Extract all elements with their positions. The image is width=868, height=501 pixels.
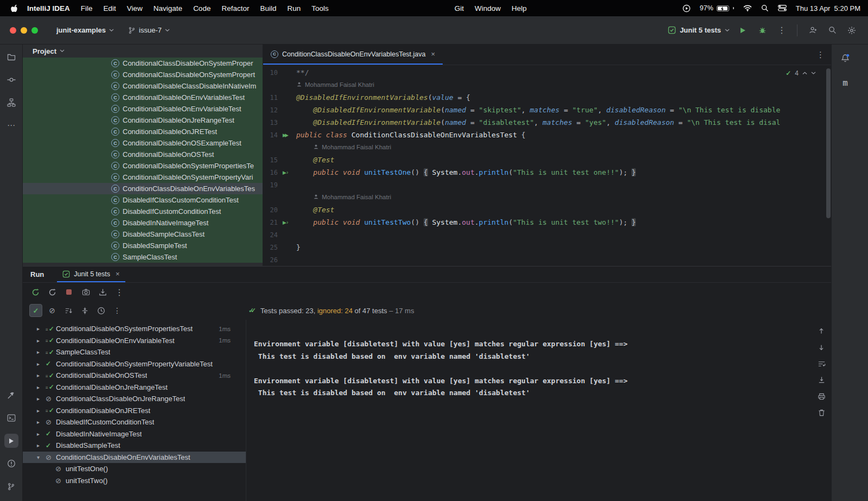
project-tree-item[interactable]: CConditionalClassDisableOnSystemPropert bbox=[23, 69, 263, 80]
menu-help[interactable]: Help bbox=[506, 4, 532, 12]
project-tree-item[interactable]: CDisabledIfClassCustomConditionTest bbox=[23, 194, 263, 206]
project-tree-item[interactable]: CConditionalDisableOnSystemPropertiesTe bbox=[23, 160, 263, 172]
tree-chevron-icon[interactable]: ▸ bbox=[37, 326, 46, 332]
menu-view[interactable]: View bbox=[122, 4, 148, 12]
problems-toolwindow-button[interactable] bbox=[4, 456, 18, 471]
soft-wrap-button[interactable] bbox=[815, 358, 827, 370]
test-tree-item[interactable]: ▸≡✓ConditionalDisableOnSystemPropertiesT… bbox=[23, 323, 246, 335]
scroll-up-button[interactable] bbox=[815, 325, 827, 337]
editor-tab[interactable]: C ConditionClassDisableOnEnvVariablesTes… bbox=[263, 45, 443, 65]
tree-chevron-icon[interactable]: ▸ bbox=[37, 384, 46, 390]
test-tree-item[interactable]: ▸⊘ConditionalClassDisableOnJreRangeTest bbox=[23, 393, 246, 405]
more-button[interactable]: ⋮ bbox=[111, 304, 124, 317]
project-tree-item[interactable]: CConditionalDisableOnOSTest bbox=[23, 149, 263, 160]
run-tab[interactable]: Junit 5 tests × bbox=[57, 267, 125, 282]
screen-record-icon[interactable] bbox=[682, 4, 691, 12]
project-tree-item[interactable]: CConditionClassDisableOnEnvVariablesTes bbox=[23, 183, 263, 194]
show-ignored-button[interactable]: ⊘ bbox=[46, 304, 59, 317]
sort-by-duration-button[interactable] bbox=[94, 304, 107, 317]
editor-body[interactable]: 10**/Mohammad Faisal Khatri11@DisabledIf… bbox=[263, 65, 831, 266]
project-tree-item[interactable]: CConditionalDisableOnOSExampleTest bbox=[23, 137, 263, 149]
clear-console-button[interactable] bbox=[815, 407, 827, 418]
menu-file[interactable]: File bbox=[75, 4, 98, 12]
close-button[interactable] bbox=[10, 27, 16, 34]
rerun-failed-tests-button[interactable] bbox=[45, 285, 59, 299]
more-button[interactable]: ⋮ bbox=[112, 285, 126, 299]
apple-menu-icon[interactable] bbox=[11, 4, 17, 12]
project-tree-item[interactable]: CConditionalClassDisableOnSystemProper bbox=[23, 58, 263, 69]
project-tree-item[interactable]: CDisabledIfCustomConditionTest bbox=[23, 206, 263, 217]
test-tree-item[interactable]: ▾⊘ConditionClassDisableOnEnvVariablesTes… bbox=[23, 452, 246, 464]
run-test-icon[interactable]: ▶› bbox=[283, 169, 288, 175]
scrollbar-thumb[interactable] bbox=[826, 68, 831, 218]
test-tree-item[interactable]: ▸✓DisabledSampleTest bbox=[23, 440, 246, 452]
maven-toolwindow-button[interactable]: m bbox=[838, 76, 852, 90]
branch-selector[interactable]: issue-7 bbox=[128, 26, 170, 34]
menu-run[interactable]: Run bbox=[282, 4, 306, 12]
run-class-icon[interactable]: ▶▶ bbox=[283, 132, 287, 138]
more-toolwindows-button[interactable]: ⋯ bbox=[4, 118, 18, 132]
menu-navigate[interactable]: Navigate bbox=[148, 4, 188, 12]
project-tree-item[interactable]: CDisabledSampleTest bbox=[23, 240, 263, 251]
prev-problem-icon[interactable] bbox=[802, 72, 807, 74]
wifi-icon[interactable] bbox=[743, 5, 752, 11]
menu-edit[interactable]: Edit bbox=[98, 4, 122, 12]
close-tab-icon[interactable]: × bbox=[116, 270, 120, 278]
camera-button[interactable] bbox=[79, 285, 93, 299]
project-tree-item[interactable]: CDisabledInNativeImageTest bbox=[23, 217, 263, 229]
test-tree-item[interactable]: ▸≡✓ConditionalDisableOnOSTest1ms bbox=[23, 370, 246, 382]
test-tree-item[interactable]: ▸≡✓ConditionalDisableOnJRETest bbox=[23, 405, 246, 417]
settings-button[interactable] bbox=[844, 23, 859, 38]
test-tree-item[interactable]: ▸✓ConditionalDisableOnSystemPropertyVari… bbox=[23, 358, 246, 370]
structure-toolwindow-button[interactable] bbox=[4, 96, 18, 110]
control-center-icon[interactable] bbox=[778, 5, 787, 11]
scroll-down-button[interactable] bbox=[815, 341, 827, 353]
more-button[interactable]: ⋮ bbox=[774, 23, 789, 38]
project-tree-item[interactable]: CSampleClassTest bbox=[23, 251, 263, 263]
close-tab-icon[interactable]: × bbox=[431, 50, 435, 58]
author-inlay[interactable]: Mohammad Faisal Khatri bbox=[313, 194, 391, 200]
project-tree-item[interactable]: CConditionalDisableOnEnvVariableTest bbox=[23, 103, 263, 115]
test-tree-item[interactable]: ⊘unitTestTwo() bbox=[23, 475, 246, 487]
run-button[interactable] bbox=[735, 23, 750, 38]
test-tree-item[interactable]: ▸≡✓SampleClassTest bbox=[23, 346, 246, 358]
inspections-widget[interactable]: ✓ 4 bbox=[786, 69, 816, 77]
project-tree-item[interactable]: CConditionalDisableOnSystemPropertyVari bbox=[23, 172, 263, 183]
menu-code[interactable]: Code bbox=[188, 4, 216, 12]
project-toolwindow-button[interactable] bbox=[4, 50, 18, 64]
scroll-to-end-button[interactable] bbox=[815, 374, 827, 386]
version-control-toolwindow-button[interactable] bbox=[4, 479, 18, 493]
menu-intellij-idea[interactable]: IntelliJ IDEA bbox=[22, 4, 75, 12]
tree-chevron-icon[interactable]: ▾ bbox=[37, 454, 46, 460]
test-tree-item[interactable]: ▸≡✓ConditionalDisableOnEnvVariableTest1m… bbox=[23, 335, 246, 347]
code-with-me-button[interactable] bbox=[805, 23, 820, 38]
menubar-clock[interactable]: Thu 13 Apr 5:20 PM bbox=[796, 4, 860, 12]
editor-tab-options-icon[interactable]: ⋮ bbox=[816, 50, 825, 60]
tree-chevron-icon[interactable]: ▸ bbox=[37, 349, 46, 355]
project-panel-header[interactable]: Project bbox=[23, 45, 263, 58]
menu-build[interactable]: Build bbox=[254, 4, 282, 12]
project-tree-item[interactable]: CConditionalDisableClassDisableInNativeI… bbox=[23, 80, 263, 92]
build-toolwindow-button[interactable] bbox=[4, 388, 18, 402]
minimize-button[interactable] bbox=[21, 27, 27, 34]
tree-chevron-icon[interactable]: ▸ bbox=[37, 361, 46, 367]
next-problem-icon[interactable] bbox=[811, 72, 816, 74]
menu-window[interactable]: Window bbox=[469, 4, 506, 12]
author-inlay[interactable]: Mohammad Faisal Khatri bbox=[313, 144, 391, 150]
battery-indicator[interactable]: 97% bbox=[700, 4, 734, 12]
menu-tools[interactable]: Tools bbox=[306, 4, 334, 12]
show-passed-button[interactable]: ✓ bbox=[29, 304, 42, 317]
project-tree-item[interactable]: CDisabledSampleClassTest bbox=[23, 229, 263, 240]
run-config-selector[interactable]: Junit 5 tests bbox=[668, 26, 730, 34]
search-everywhere-button[interactable] bbox=[825, 23, 840, 38]
project-tree-item[interactable]: CConditionalDisableOnEnvVariablesTest bbox=[23, 92, 263, 103]
rerun-tests-button[interactable] bbox=[28, 285, 42, 299]
tree-chevron-icon[interactable]: ▸ bbox=[37, 431, 46, 437]
menu-refactor[interactable]: Refactor bbox=[216, 4, 254, 12]
test-tree-item[interactable]: ▸⊘DisabledIfCustomConditionTest bbox=[23, 416, 246, 428]
editor-scrollbar[interactable] bbox=[826, 65, 831, 266]
run-test-icon[interactable]: ▶› bbox=[283, 219, 288, 225]
stop-button[interactable] bbox=[62, 285, 76, 299]
collapse-all-button[interactable] bbox=[78, 304, 91, 317]
tree-chevron-icon[interactable]: ▸ bbox=[37, 408, 46, 414]
